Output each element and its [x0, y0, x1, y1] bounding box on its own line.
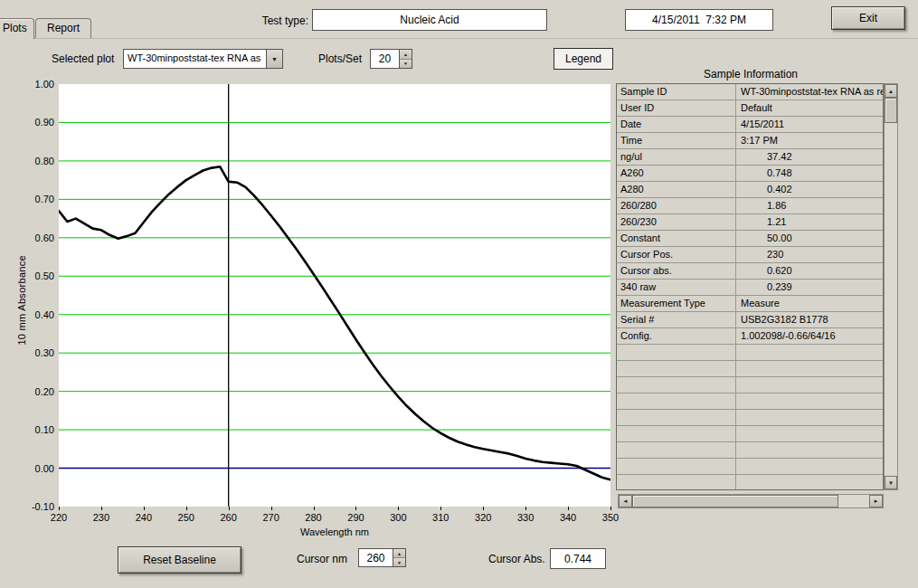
row-label [617, 475, 736, 490]
row-label: Measurement Type [617, 296, 736, 311]
table-row[interactable] [617, 361, 883, 377]
horizontal-scrollbar-thumb[interactable] [632, 495, 838, 507]
row-value: Default [736, 100, 883, 116]
table-row[interactable] [617, 377, 883, 394]
scroll-right-icon[interactable]: ► [869, 495, 883, 507]
table-row[interactable]: Cursor abs.0.620 [617, 263, 883, 280]
table-row[interactable]: Sample IDWT-30minpoststat-tex RNA as rec [617, 84, 883, 100]
y-tick-label: 0.70 [18, 193, 54, 205]
row-value [736, 426, 883, 441]
table-row[interactable] [617, 475, 883, 490]
table-row[interactable]: Measurement TypeMeasure [617, 296, 883, 312]
x-tick-label: 290 [341, 512, 370, 523]
table-row[interactable]: Config.1.002098/-0.66/64/16 [617, 328, 883, 345]
row-value: 230 [736, 247, 883, 262]
spin-up-icon[interactable]: ▲ [393, 549, 405, 558]
vertical-scrollbar-thumb[interactable] [885, 98, 897, 123]
row-label: Time [617, 133, 736, 148]
row-value [736, 394, 883, 409]
table-row[interactable] [617, 345, 883, 361]
x-tick-mark [144, 507, 145, 510]
selected-plot-dropdown[interactable]: WT-30minpoststat-tex RNA as ▼ [123, 49, 283, 69]
x-tick-label: 250 [172, 512, 201, 523]
sample-information-title: Sample Information [618, 68, 884, 81]
spectrum-plot[interactable] [59, 84, 610, 507]
test-type-field[interactable]: Nucleic Acid [312, 9, 547, 31]
row-label [617, 377, 736, 393]
scroll-left-icon[interactable]: ◄ [619, 495, 632, 507]
table-row[interactable] [617, 442, 883, 459]
tab-plots[interactable]: Plots [0, 18, 34, 39]
x-tick-mark [440, 507, 441, 510]
x-tick-label: 350 [596, 512, 625, 523]
table-row[interactable]: 260/2801.86 [617, 198, 883, 214]
x-tick-label: 220 [44, 512, 73, 523]
x-tick-label: 300 [383, 512, 412, 523]
table-row[interactable]: Constant50.00 [617, 231, 883, 247]
tab-report[interactable]: Report [35, 18, 91, 38]
spectrum-curve [59, 166, 610, 479]
table-row[interactable]: 340 raw0.239 [617, 280, 883, 296]
cursor-abs-field: 0.744 [550, 548, 606, 569]
reset-baseline-button[interactable]: Reset Baseline [118, 546, 241, 574]
spin-down-icon[interactable]: ▼ [393, 558, 405, 566]
x-tick-label: 270 [257, 512, 286, 523]
row-value: 1.002098/-0.66/64/16 [736, 328, 883, 344]
row-label: Constant [617, 231, 736, 246]
vertical-scrollbar-track[interactable] [885, 123, 897, 476]
x-tick-mark [610, 507, 611, 510]
row-value: USB2G3182 B1778 [736, 312, 883, 327]
table-row[interactable]: Date4/15/2011 [617, 117, 883, 133]
row-value: Measure [736, 296, 883, 311]
x-tick-label: 230 [87, 512, 116, 523]
chevron-down-icon[interactable]: ▼ [266, 50, 282, 68]
table-row[interactable]: Serial #USB2G3182 B1778 [617, 312, 883, 328]
row-value [736, 459, 883, 474]
table-row[interactable] [617, 394, 883, 410]
row-value [736, 410, 883, 425]
table-row[interactable]: ng/ul37.42 [617, 149, 883, 166]
cursor-nm-spinner[interactable]: 260 ▲ ▼ [358, 548, 406, 567]
table-row[interactable]: 260/2301.21 [617, 214, 883, 231]
table-row[interactable]: A2800.402 [617, 182, 883, 198]
row-label [617, 426, 736, 441]
table-row[interactable]: Cursor Pos.230 [617, 247, 883, 263]
x-tick-mark [229, 507, 230, 510]
row-label [617, 442, 736, 458]
row-value: 50.00 [736, 231, 883, 246]
table-row[interactable] [617, 410, 883, 426]
row-value: 3:17 PM [736, 133, 883, 148]
table-row[interactable]: A2600.748 [617, 166, 883, 182]
row-value: 0.748 [736, 166, 883, 181]
y-tick-label: 0.60 [18, 232, 54, 244]
row-value: WT-30minpoststat-tex RNA as rec [736, 84, 883, 100]
exit-button[interactable]: Exit [831, 6, 905, 30]
table-row[interactable]: User IDDefault [617, 100, 883, 117]
tab-plots-label: Plots [3, 22, 27, 34]
horizontal-scrollbar[interactable]: ◄ ► [618, 494, 884, 508]
x-tick-mark [186, 507, 187, 510]
x-tick-label: 310 [426, 512, 455, 523]
table-row[interactable]: Time3:17 PM [617, 133, 883, 149]
legend-button[interactable]: Legend [554, 48, 613, 70]
row-value: 0.402 [736, 182, 883, 197]
horizontal-scrollbar-track[interactable] [838, 495, 869, 507]
table-row[interactable] [617, 426, 883, 442]
table-row[interactable] [617, 459, 883, 475]
row-label: 260/280 [617, 198, 736, 213]
x-tick-label: 240 [129, 512, 158, 523]
row-value: 4/15/2011 [736, 117, 883, 132]
x-tick-mark [568, 507, 569, 510]
scroll-down-icon[interactable]: ▼ [885, 476, 897, 489]
y-tick-label: -0.10 [18, 500, 54, 513]
x-tick-label: 330 [511, 512, 540, 523]
spin-down-icon[interactable]: ▼ [400, 60, 412, 69]
row-value [736, 475, 883, 490]
y-tick-label: 0.00 [18, 462, 54, 475]
scroll-up-icon[interactable]: ▲ [885, 84, 897, 98]
vertical-scrollbar[interactable]: ▲ ▼ [884, 83, 898, 490]
row-label: Cursor Pos. [617, 247, 736, 262]
spin-up-icon[interactable]: ▲ [400, 50, 412, 60]
plots-per-set-spinner[interactable]: 20 ▲ ▼ [370, 49, 412, 69]
row-label: 340 raw [617, 280, 736, 295]
